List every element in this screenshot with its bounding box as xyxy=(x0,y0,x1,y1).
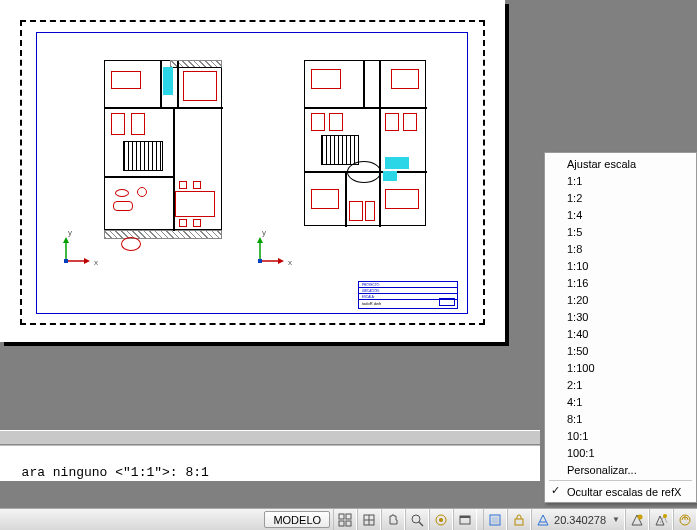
ucs-x-label-right: x xyxy=(288,258,292,267)
ucs-y-label-right: y xyxy=(262,228,266,237)
svg-rect-13 xyxy=(346,521,351,526)
titleblock-label: todoR dwh xyxy=(362,301,381,306)
titleblock-cell xyxy=(439,298,455,306)
svg-rect-24 xyxy=(492,517,498,523)
showmotion-button[interactable] xyxy=(453,509,477,530)
paper-shadow xyxy=(4,342,509,346)
lock-viewport-button[interactable] xyxy=(507,509,531,530)
svg-line-18 xyxy=(419,522,423,526)
svg-marker-6 xyxy=(257,237,263,243)
scale-option[interactable]: 1:10 xyxy=(545,257,696,274)
svg-rect-10 xyxy=(339,514,344,519)
scale-option[interactable]: 1:100 xyxy=(545,359,696,376)
svg-marker-8 xyxy=(278,258,284,264)
scale-option[interactable]: 8:1 xyxy=(545,410,696,427)
ucs-icon-right xyxy=(256,235,286,265)
workspace-switching-button[interactable] xyxy=(673,509,697,530)
svg-point-17 xyxy=(412,515,420,523)
scale-option[interactable]: 1:30 xyxy=(545,308,696,325)
scale-option[interactable]: 1:4 xyxy=(545,206,696,223)
maximize-viewport-button[interactable] xyxy=(483,509,507,530)
command-line-grip[interactable] xyxy=(0,430,540,445)
svg-rect-25 xyxy=(515,519,523,525)
status-bar: MODELO 20.340278 ▼ xyxy=(0,508,697,530)
scale-option[interactable]: 1:16 xyxy=(545,274,696,291)
layout-paper[interactable]: PROYECTO: UBICACION: ESCALA: todoR dwh xyxy=(0,0,505,342)
menu-title[interactable]: Ajustar escala xyxy=(545,155,696,172)
scale-option[interactable]: 100:1 xyxy=(545,444,696,461)
titleblock-line3: ESCALA: xyxy=(362,295,375,299)
svg-marker-3 xyxy=(84,258,90,264)
svg-rect-22 xyxy=(460,516,470,518)
pan-button[interactable] xyxy=(381,509,405,530)
scale-option[interactable]: 2:1 xyxy=(545,376,696,393)
dropdown-icon: ▼ xyxy=(612,515,620,524)
scale-option[interactable]: 1:8 xyxy=(545,240,696,257)
paper-shadow xyxy=(505,4,509,346)
svg-rect-11 xyxy=(346,514,351,519)
ucs-y-label-left: y xyxy=(68,228,72,237)
title-block: PROYECTO: UBICACION: ESCALA: todoR dwh xyxy=(358,281,458,309)
svg-marker-1 xyxy=(63,237,69,243)
annotation-scale-value: 20.340278 xyxy=(554,514,606,526)
floor-plan-left xyxy=(104,60,222,230)
quick-view-layouts-button[interactable] xyxy=(333,509,357,530)
scale-option[interactable]: 1:40 xyxy=(545,325,696,342)
scale-custom[interactable]: Personalizar... xyxy=(545,461,696,478)
zoom-button[interactable] xyxy=(405,509,429,530)
scale-option[interactable]: 10:1 xyxy=(545,427,696,444)
scale-option[interactable]: 1:1 xyxy=(545,172,696,189)
scale-option[interactable]: 1:20 xyxy=(545,291,696,308)
svg-rect-12 xyxy=(339,521,344,526)
svg-point-27 xyxy=(638,514,643,519)
annotation-scale-icon xyxy=(536,513,550,527)
svg-point-28 xyxy=(663,514,667,518)
menu-separator xyxy=(549,480,692,481)
annotation-scale-menu: Ajustar escala 1:1 1:2 1:4 1:5 1:8 1:10 … xyxy=(544,152,697,503)
svg-point-20 xyxy=(439,518,443,522)
scale-option[interactable]: 1:2 xyxy=(545,189,696,206)
command-line[interactable]: ara ninguno <"1:1">: 8:1 xyxy=(0,445,540,481)
titleblock-line1: PROYECTO: xyxy=(362,283,380,287)
scale-option[interactable]: 1:50 xyxy=(545,342,696,359)
annotation-autoscale-button[interactable] xyxy=(649,509,673,530)
svg-rect-9 xyxy=(258,259,262,263)
ucs-icon-left xyxy=(62,235,92,265)
scale-option[interactable]: 4:1 xyxy=(545,393,696,410)
svg-rect-4 xyxy=(64,259,68,263)
hide-xref-scales[interactable]: Ocultar escalas de refX xyxy=(545,483,696,500)
model-space-button[interactable]: MODELO xyxy=(264,511,330,528)
ucs-x-label-left: x xyxy=(94,258,98,267)
annotation-visibility-button[interactable] xyxy=(625,509,649,530)
titleblock-line2: UBICACION: xyxy=(362,289,380,293)
quick-view-drawings-button[interactable] xyxy=(357,509,381,530)
steering-wheel-button[interactable] xyxy=(429,509,453,530)
scale-option[interactable]: 1:5 xyxy=(545,223,696,240)
annotation-scale-button[interactable]: 20.340278 ▼ xyxy=(531,509,625,530)
floor-plan-right xyxy=(304,60,426,226)
command-line-text: ara ninguno <"1:1">: 8:1 xyxy=(22,465,209,480)
